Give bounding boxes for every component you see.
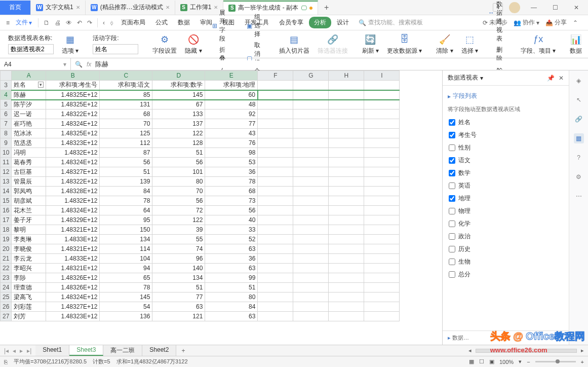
options-button[interactable]: ▦选项 ▾ (58, 33, 83, 55)
cell[interactable] (329, 119, 364, 129)
cell[interactable] (364, 244, 400, 254)
cell[interactable]: 36 (205, 254, 258, 264)
insert-icon[interactable]: ⎀ (108, 19, 115, 26)
cell[interactable] (364, 292, 400, 302)
cell[interactable] (329, 187, 364, 196)
cell[interactable] (364, 177, 400, 187)
cell[interactable] (293, 167, 329, 177)
cell[interactable]: 94 (100, 264, 152, 273)
cell[interactable] (258, 158, 293, 167)
cell[interactable]: 李昭兴 (12, 264, 46, 273)
cell[interactable]: 1.48324E+12 (46, 292, 100, 302)
cell[interactable]: 李云龙 (12, 254, 46, 264)
cell[interactable] (258, 119, 293, 129)
cell[interactable]: 77 (205, 119, 258, 129)
cell[interactable]: 125 (100, 129, 152, 138)
cell[interactable] (364, 81, 400, 90)
view-normal-icon[interactable]: ▦ (469, 358, 474, 365)
cell[interactable] (258, 90, 293, 100)
cell[interactable] (364, 109, 400, 119)
field-item[interactable]: 数学 (448, 167, 564, 179)
cell[interactable]: 95 (100, 215, 152, 225)
zoom-out-icon[interactable]: − (527, 359, 530, 365)
close-button[interactable]: ✕ (569, 1, 584, 15)
cell[interactable] (258, 206, 293, 215)
cell[interactable]: 51 (100, 167, 152, 177)
cell[interactable]: 139 (100, 177, 152, 187)
field-checkbox[interactable] (449, 132, 455, 138)
cell[interactable]: 53 (205, 158, 258, 167)
zoom-slider[interactable] (535, 361, 576, 362)
col-header[interactable]: G (293, 71, 329, 81)
menu-icon[interactable]: ≡ (4, 19, 12, 26)
fx-icon[interactable]: fx (87, 61, 91, 68)
cell[interactable]: 54 (100, 302, 152, 312)
cell[interactable] (258, 187, 293, 196)
cell[interactable]: 121 (152, 312, 205, 321)
cell[interactable]: 60 (205, 90, 258, 100)
home-tab[interactable]: 首页 (0, 1, 31, 15)
zoom-value[interactable]: 100% (499, 359, 514, 365)
row-header[interactable]: 23 (1, 273, 12, 283)
cell[interactable]: 136 (100, 312, 152, 321)
cell[interactable]: 80 (152, 177, 205, 187)
cell[interactable]: 80 (205, 292, 258, 302)
hide-button[interactable]: 🚫隐藏 ▾ (181, 33, 206, 55)
menu-page-layout[interactable]: 页面布局 (116, 18, 150, 27)
cell[interactable] (293, 109, 329, 119)
cell[interactable] (293, 129, 329, 138)
row-header[interactable]: 3 (1, 81, 12, 90)
cell[interactable]: 葛春秀 (12, 158, 46, 167)
row-header[interactable]: 14 (1, 187, 12, 196)
row-header[interactable]: 27 (1, 312, 12, 321)
preview-icon[interactable]: 👁 (64, 19, 74, 26)
cell[interactable]: 1.48329E+12 (46, 215, 100, 225)
cell[interactable] (293, 158, 329, 167)
scroll-left-icon[interactable]: ◂ (468, 347, 472, 354)
field-checkbox[interactable] (449, 182, 455, 189)
cell[interactable] (258, 177, 293, 187)
pivot-chart-button[interactable]: 📊数据 (566, 33, 586, 55)
row-header[interactable]: 20 (1, 244, 12, 254)
col-header[interactable]: H (329, 71, 364, 81)
user-avatar[interactable] (509, 2, 520, 13)
name-box[interactable]: A4▾ (0, 58, 71, 70)
cell[interactable]: 范冰冰 (12, 129, 46, 138)
cell[interactable]: 1.48321E+12 (46, 264, 100, 273)
scroll-right-icon[interactable]: ▸ (581, 347, 584, 354)
row-header[interactable]: 9 (1, 138, 12, 148)
cell[interactable]: 76 (205, 138, 258, 148)
cell[interactable] (258, 100, 293, 109)
cell[interactable]: 98 (205, 148, 258, 158)
cell[interactable] (364, 196, 400, 206)
cell[interactable] (364, 215, 400, 225)
cell[interactable]: 1.48323E+12 (46, 138, 100, 148)
cell[interactable] (329, 215, 364, 225)
cell[interactable] (329, 312, 364, 321)
cell[interactable] (364, 158, 400, 167)
cell[interactable]: 114 (100, 244, 152, 254)
cell[interactable]: 56 (100, 158, 152, 167)
cell[interactable]: 122 (152, 129, 205, 138)
cell[interactable]: 68 (100, 109, 152, 119)
cell[interactable]: 1.48326E+12 (46, 283, 100, 292)
cell[interactable]: 67 (152, 100, 205, 109)
cell[interactable]: 李晓俊 (12, 244, 46, 254)
cell[interactable]: 1.4832E+12 (46, 148, 100, 158)
filter-dropdown-icon[interactable]: ▾ (38, 82, 44, 88)
cell[interactable]: 74 (152, 244, 205, 254)
cell[interactable] (329, 254, 364, 264)
field-item[interactable]: 化学 (448, 217, 564, 230)
cell[interactable] (364, 302, 400, 312)
cell[interactable]: 137 (152, 119, 205, 129)
menu-analysis[interactable]: 分析 (309, 17, 331, 28)
cell[interactable] (293, 283, 329, 292)
col-header[interactable]: B (46, 71, 100, 81)
cell[interactable] (329, 148, 364, 158)
cell[interactable] (329, 283, 364, 292)
cell[interactable]: 李奥琳 (12, 235, 46, 244)
row-header[interactable]: 7 (1, 119, 12, 129)
cell[interactable]: 1.48326E+12 (46, 273, 100, 283)
cell[interactable]: 140 (152, 264, 205, 273)
close-icon[interactable]: ✕ (166, 5, 170, 10)
